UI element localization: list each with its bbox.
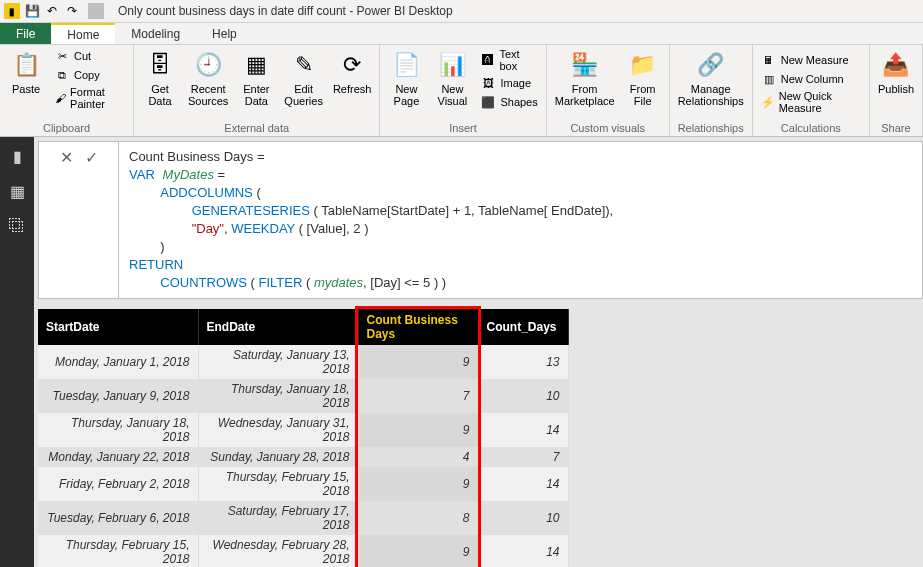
table-cell[interactable]: Friday, February 2, 2018	[38, 467, 198, 501]
table-row[interactable]: Thursday, January 18, 2018Wednesday, Jan…	[38, 413, 568, 447]
new-page-button[interactable]: 📄New Page	[384, 47, 428, 109]
edit-queries-button[interactable]: ✎Edit Queries	[280, 47, 327, 109]
table-cell[interactable]: 9	[358, 413, 478, 447]
group-share: 📤Publish Share	[870, 45, 923, 136]
table-cell[interactable]: Thursday, February 15, 2018	[198, 467, 358, 501]
table-cell[interactable]: 7	[478, 447, 568, 467]
table-cell[interactable]: Thursday, January 18, 2018	[198, 379, 358, 413]
table-row[interactable]: Tuesday, February 6, 2018Saturday, Febru…	[38, 501, 568, 535]
text-box-button[interactable]: 🅰Text box	[476, 47, 541, 73]
file-icon: 📁	[627, 49, 659, 81]
save-icon[interactable]: 💾	[24, 3, 40, 19]
table-row[interactable]: Monday, January 1, 2018Saturday, January…	[38, 345, 568, 379]
pencil-icon: ✎	[288, 49, 320, 81]
table-cell[interactable]: 8	[358, 501, 478, 535]
table-row[interactable]: Friday, February 2, 2018Thursday, Februa…	[38, 467, 568, 501]
table-cell[interactable]: 9	[358, 467, 478, 501]
tab-home[interactable]: Home	[51, 23, 115, 44]
image-icon: 🖼	[480, 75, 496, 91]
formula-editor[interactable]: Count Business Days = VAR MyDates = ADDC…	[119, 142, 922, 298]
table-cell[interactable]: 14	[478, 413, 568, 447]
group-calculations: 🖩New Measure ▥New Column ⚡New Quick Meas…	[753, 45, 870, 136]
shapes-icon: ⬛	[480, 94, 496, 110]
table-cell[interactable]: 13	[478, 345, 568, 379]
cancel-formula-icon[interactable]: ✕	[60, 148, 73, 167]
app-icon: ▮	[4, 3, 20, 19]
copy-icon: ⧉	[54, 67, 70, 83]
table-cell[interactable]: 9	[358, 535, 478, 567]
commit-formula-icon[interactable]: ✓	[85, 148, 98, 167]
from-marketplace-button[interactable]: 🏪From Marketplace	[551, 47, 619, 109]
table-cell[interactable]: 9	[358, 345, 478, 379]
model-view-icon[interactable]: ⿻	[9, 217, 25, 235]
table-cell[interactable]: Thursday, January 18, 2018	[38, 413, 198, 447]
table-header-row: StartDate EndDate Count Business Days Co…	[38, 309, 568, 345]
col-count-business-days[interactable]: Count Business Days	[358, 309, 478, 345]
textbox-icon: 🅰	[480, 52, 495, 68]
table-cell[interactable]: 14	[478, 535, 568, 567]
title-bar: ▮ 💾 ↶ ↷ Only count business days in date…	[0, 0, 923, 23]
column-icon: ▥	[761, 71, 777, 87]
table-cell[interactable]: 10	[478, 501, 568, 535]
new-quick-measure-button[interactable]: ⚡New Quick Measure	[757, 89, 865, 115]
undo-icon[interactable]: ↶	[44, 3, 60, 19]
new-visual-button[interactable]: 📊New Visual	[430, 47, 474, 109]
table-row[interactable]: Thursday, February 15, 2018Wednesday, Fe…	[38, 535, 568, 567]
report-view-icon[interactable]: ▮	[13, 147, 22, 166]
tab-help[interactable]: Help	[196, 23, 253, 44]
group-relationships: 🔗Manage Relationships Relationships	[670, 45, 753, 136]
table-cell[interactable]: Monday, January 1, 2018	[38, 345, 198, 379]
scissors-icon: ✂	[54, 48, 70, 64]
publish-button[interactable]: 📤Publish	[874, 47, 918, 97]
table-cell[interactable]: 4	[358, 447, 478, 467]
canvas: ✕ ✓ Count Business Days = VAR MyDates = …	[34, 137, 923, 567]
get-data-button[interactable]: 🗄Get Data	[138, 47, 182, 109]
format-painter-button[interactable]: 🖌Format Painter	[50, 85, 129, 111]
manage-relationships-button[interactable]: 🔗Manage Relationships	[674, 47, 748, 109]
table-cell[interactable]: Thursday, February 15, 2018	[38, 535, 198, 567]
table-cell[interactable]: Saturday, January 13, 2018	[198, 345, 358, 379]
cut-button[interactable]: ✂Cut	[50, 47, 129, 65]
table-cell[interactable]: Wednesday, January 31, 2018	[198, 413, 358, 447]
new-column-button[interactable]: ▥New Column	[757, 70, 865, 88]
new-measure-button[interactable]: 🖩New Measure	[757, 51, 865, 69]
col-startdate[interactable]: StartDate	[38, 309, 198, 345]
copy-button[interactable]: ⧉Copy	[50, 66, 129, 84]
image-button[interactable]: 🖼Image	[476, 74, 541, 92]
col-enddate[interactable]: EndDate	[198, 309, 358, 345]
data-view-icon[interactable]: ▦	[10, 182, 25, 201]
group-external-data: 🗄Get Data 🕘Recent Sources ▦Enter Data ✎E…	[134, 45, 380, 136]
table-cell[interactable]: 7	[358, 379, 478, 413]
table-cell[interactable]: 14	[478, 467, 568, 501]
table-icon: ▦	[240, 49, 272, 81]
data-table[interactable]: StartDate EndDate Count Business Days Co…	[38, 309, 569, 567]
recent-sources-button[interactable]: 🕘Recent Sources	[184, 47, 232, 109]
from-file-button[interactable]: 📁From File	[621, 47, 665, 109]
paste-button[interactable]: 📋 Paste	[4, 47, 48, 97]
table-cell[interactable]: Saturday, February 17, 2018	[198, 501, 358, 535]
tab-modeling[interactable]: Modeling	[115, 23, 196, 44]
quick-icon: ⚡	[761, 94, 775, 110]
table-cell[interactable]: Monday, January 22, 2018	[38, 447, 198, 467]
table-cell[interactable]: 10	[478, 379, 568, 413]
clipboard-icon: 📋	[10, 49, 42, 81]
table-cell[interactable]: Tuesday, February 6, 2018	[38, 501, 198, 535]
view-switcher: ▮ ▦ ⿻	[0, 137, 34, 567]
group-clipboard: 📋 Paste ✂Cut ⧉Copy 🖌Format Painter Clipb…	[0, 45, 134, 136]
table-cell[interactable]: Sunday, January 28, 2018	[198, 447, 358, 467]
table-row[interactable]: Tuesday, January 9, 2018Thursday, Januar…	[38, 379, 568, 413]
table-cell[interactable]: Wednesday, February 28, 2018	[198, 535, 358, 567]
enter-data-button[interactable]: ▦Enter Data	[234, 47, 278, 109]
window-title: Only count business days in date diff co…	[112, 4, 453, 18]
page-icon: 📄	[390, 49, 422, 81]
link-icon: 🔗	[695, 49, 727, 81]
table-cell[interactable]: Tuesday, January 9, 2018	[38, 379, 198, 413]
ribbon: 📋 Paste ✂Cut ⧉Copy 🖌Format Painter Clipb…	[0, 45, 923, 137]
col-count-days[interactable]: Count_Days	[478, 309, 568, 345]
table-row[interactable]: Monday, January 22, 2018Sunday, January …	[38, 447, 568, 467]
refresh-button[interactable]: ⟳Refresh	[329, 47, 376, 97]
redo-icon[interactable]: ↷	[64, 3, 80, 19]
publish-icon: 📤	[880, 49, 912, 81]
shapes-button[interactable]: ⬛Shapes	[476, 93, 541, 111]
tab-file[interactable]: File	[0, 23, 51, 44]
